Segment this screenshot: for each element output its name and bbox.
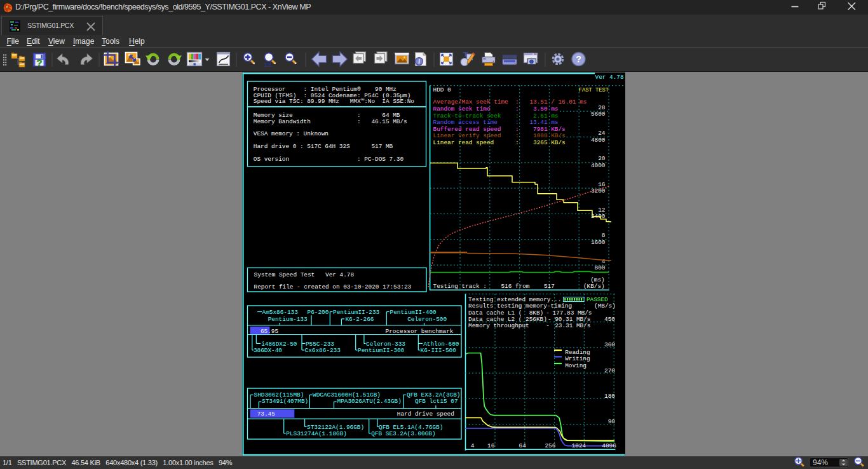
svg-text:Pentium-133: Pentium-133 — [268, 316, 308, 323]
svg-text:Linear read speed : 32: Linear read speed : 3265 KB/s — [433, 139, 566, 146]
svg-text:OS version :: OS version : PC-DOS 7.30 — [254, 156, 404, 163]
svg-text:4: 4 — [602, 258, 606, 265]
svg-text:PLS31274A(1.18GB): PLS31274A(1.18GB) — [286, 430, 347, 437]
svg-text:Celeron-500: Celeron-500 — [407, 316, 447, 323]
svg-text:i: i — [418, 58, 420, 65]
svg-text:QFB SE3.2A(3.00GB): QFB SE3.2A(3.00GB) — [371, 430, 435, 437]
svg-text:800: 800 — [595, 264, 606, 271]
svg-text:(MB/s): (MB/s) — [594, 302, 616, 309]
svg-text:Cx6x86-233: Cx6x86-233 — [305, 347, 341, 354]
svg-text:Random access time : 13.: Random access time : 13.41 ms — [433, 119, 559, 126]
svg-text:K6-2-266: K6-2-266 — [345, 316, 374, 323]
svg-text:Average/Max seek time : 13.: Average/Max seek time : 13.51 / 16.01 ms — [433, 99, 587, 105]
svg-text:Celeron-333: Celeron-333 — [366, 341, 405, 348]
svg-text:Memory Bandwidth :: Memory Bandwidth : 46.15 MB/s — [254, 118, 407, 125]
svg-text:360: 360 — [604, 341, 615, 348]
svg-text:Buffered read speed : 79: Buffered read speed : 7981 KB/s — [433, 126, 566, 133]
svg-text:P55C-233: P55C-233 — [306, 341, 334, 348]
svg-text:PentiumII-400: PentiumII-400 — [390, 309, 437, 316]
svg-text:Hard drive 0 : 517C 64H 32S: Hard drive 0 : 517C 64H 32S 517 MB — [254, 143, 393, 150]
svg-text:-: - — [546, 322, 550, 329]
svg-text:180: 180 — [604, 393, 615, 400]
svg-text:i486DX2-50: i486DX2-50 — [261, 341, 297, 348]
svg-text:24: 24 — [598, 130, 606, 137]
svg-text:1:1: 1:1 — [264, 62, 272, 68]
svg-text:PentiumII-233: PentiumII-233 — [333, 309, 380, 316]
svg-text:73.45: 73.45 — [257, 411, 276, 418]
svg-text:4000: 4000 — [591, 162, 606, 169]
svg-text:270: 270 — [604, 367, 615, 374]
svg-text:Processor benchmark: Processor benchmark — [386, 328, 454, 335]
svg-text:20: 20 — [598, 155, 606, 162]
svg-text:P6-200: P6-200 — [308, 309, 329, 316]
svg-text:16: 16 — [598, 181, 606, 188]
svg-text:Reading: Reading — [565, 349, 590, 356]
svg-text:Report file - created on 03-10: Report file - created on 03-10-2020 17:5… — [254, 283, 412, 290]
svg-text:QFB EX3.2A(3GB): QFB EX3.2A(3GB) — [407, 391, 460, 398]
svg-text:SHD3062(115MB): SHD3062(115MB) — [254, 391, 304, 398]
svg-text:386DX-40: 386DX-40 — [254, 347, 282, 354]
svg-text:PentiumII-300: PentiumII-300 — [358, 347, 405, 354]
svg-text:Am5x86-133: Am5x86-133 — [262, 309, 299, 316]
svg-text:90: 90 — [608, 418, 616, 425]
svg-text:256: 256 — [545, 442, 555, 449]
svg-text:Linear verify speed : 10: Linear verify speed : 1088 KB/s — [433, 132, 566, 139]
svg-text:(KB/s): (KB/s) — [583, 283, 605, 290]
svg-text:WDCAC31600H(1.51GB): WDCAC31600H(1.51GB) — [313, 391, 381, 398]
svg-text:65.95: 65.95 — [261, 328, 279, 335]
svg-text:Memory throughput: Memory throughput — [468, 322, 529, 329]
svg-text:4096: 4096 — [602, 442, 616, 449]
svg-text:23.31 MB/s: 23.31 MB/s — [555, 322, 590, 329]
svg-text:System Speed Test Ver 4.78: System Speed Test Ver 4.78 — [254, 271, 355, 278]
svg-text:8: 8 — [602, 232, 606, 239]
svg-text:450: 450 — [604, 316, 615, 323]
svg-text:28: 28 — [598, 104, 606, 111]
svg-text:Speed via TSC: 89.99 MHz MMX: Speed via TSC: 89.99 MHz MMX™:No IA SSE:… — [254, 98, 415, 105]
svg-text:Moving: Moving — [565, 362, 587, 369]
svg-text:16: 16 — [487, 442, 495, 449]
svg-text:(ms): (ms) — [590, 276, 605, 283]
svg-text:64: 64 — [519, 442, 527, 449]
svg-text:HDD 0: HDD 0 — [433, 86, 452, 93]
svg-text:ST3491(407MB): ST3491(407MB) — [262, 398, 308, 405]
svg-text:12: 12 — [598, 207, 605, 214]
svg-text:QFB lct15 07: QFB lct15 07 — [415, 398, 458, 405]
svg-text:K6-III-500: K6-III-500 — [421, 347, 457, 354]
svg-text:FAST TEST: FAST TEST — [579, 86, 609, 93]
svg-text:Athlon-600: Athlon-600 — [423, 341, 459, 348]
svg-text:1024: 1024 — [572, 442, 587, 449]
svg-text:Writing: Writing — [565, 355, 590, 362]
svg-text:Hard drive speed: Hard drive speed — [397, 411, 454, 418]
svg-text:4: 4 — [471, 442, 475, 449]
svg-text:1600: 1600 — [591, 239, 606, 246]
svg-text:VESA memory : Unknown: VESA memory : Unknown — [254, 130, 329, 137]
svg-text:MPA3026ATU(2.43GB): MPA3026ATU(2.43GB) — [337, 398, 402, 405]
svg-text:5600: 5600 — [591, 111, 606, 118]
svg-text:?: ? — [576, 54, 581, 64]
svg-text:4800: 4800 — [591, 137, 606, 144]
svg-text:Testing track : 516 from: Testing track : 516 from 517 — [433, 283, 555, 290]
svg-text:Ver 4.78: Ver 4.78 — [595, 74, 624, 81]
svg-text:?: ? — [37, 58, 43, 68]
svg-text:Track-to-track seek : 2.: Track-to-track seek : 2.61 ms — [433, 112, 559, 119]
svg-text:Random seek time : 3.: Random seek time : 3.50 ms — [433, 105, 559, 112]
